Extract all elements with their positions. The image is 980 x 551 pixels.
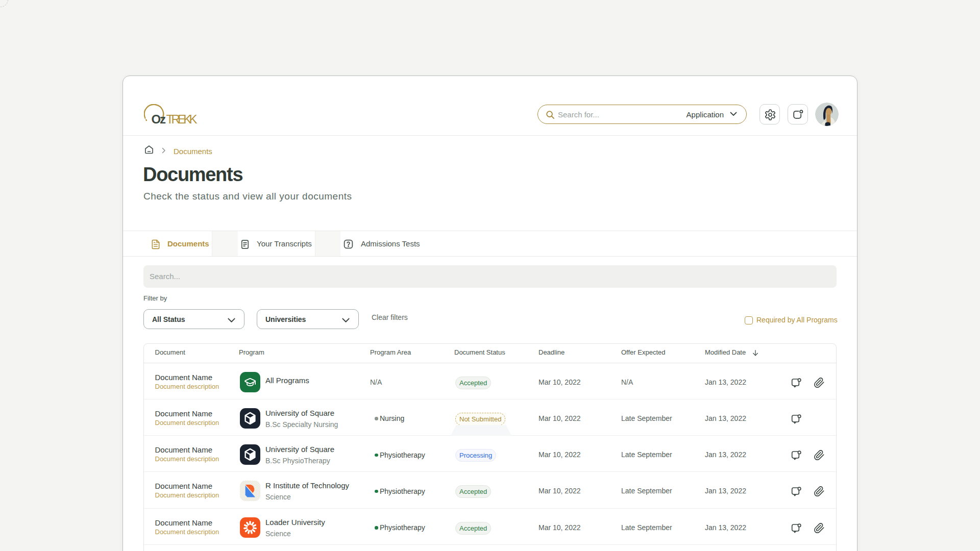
svg-text:Oz: Oz	[152, 112, 166, 126]
svg-text:TREKK: TREKK	[166, 112, 198, 126]
